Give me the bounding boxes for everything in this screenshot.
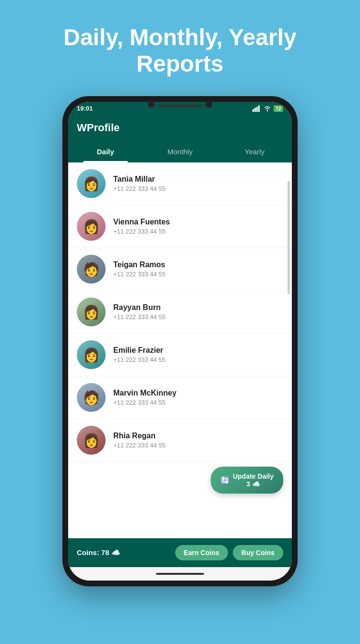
svg-rect-3 <box>258 105 260 112</box>
app-name: WProfile <box>77 122 120 134</box>
contact-info: Marvin McKinney +11 222 333 44 55 <box>113 389 283 406</box>
earn-coins-button[interactable]: Earn Coins <box>175 545 228 560</box>
bottom-buttons: Earn Coins Buy Coins <box>175 545 283 560</box>
contact-item[interactable]: 👩 Rhia Regan +11 222 333 44 55 <box>68 419 292 462</box>
svg-rect-2 <box>256 107 258 112</box>
contact-info: Rayyan Burn +11 222 333 44 55 <box>113 303 283 321</box>
wifi-icon <box>264 105 271 111</box>
tab-daily[interactable]: Daily <box>68 141 143 162</box>
contact-phone: +11 222 333 44 55 <box>113 442 283 449</box>
contact-name: Rayyan Burn <box>113 303 283 312</box>
page-title: Daily, Monthly, YearlyReports <box>44 24 316 77</box>
avatar: 👩 <box>77 212 106 241</box>
status-time: 19:01 <box>77 105 93 112</box>
contact-info: Tania Millar +11 222 333 44 55 <box>113 175 283 192</box>
phone-frame: 19:01 72 <box>62 96 298 586</box>
contact-info: Emilie Frazier +11 222 333 44 55 <box>113 346 283 363</box>
contact-phone: +11 222 333 44 55 <box>113 356 283 363</box>
contact-info: Vienna Fuentes +11 222 333 44 55 <box>113 218 283 235</box>
contact-item[interactable]: 🧑 Marvin McKinney +11 222 333 44 55 <box>68 376 292 419</box>
avatar: 👩 <box>77 169 106 198</box>
contact-phone: +11 222 333 44 55 <box>113 313 283 321</box>
avatar: 👩 <box>77 340 106 369</box>
contact-phone: +11 222 333 44 55 <box>113 399 283 406</box>
contact-name: Vienna Fuentes <box>113 218 283 226</box>
buy-coins-button[interactable]: Buy Coins <box>233 545 283 560</box>
avatar: 🧑 <box>77 383 106 412</box>
contact-phone: +11 222 333 44 55 <box>113 185 283 192</box>
contact-name: Rhia Regan <box>113 432 283 440</box>
contact-item[interactable]: 👩 Vienna Fuentes +11 222 333 44 55 <box>68 205 292 248</box>
tab-yearly[interactable]: Yearly <box>217 141 292 162</box>
contact-info: Rhia Regan +11 222 333 44 55 <box>113 432 283 449</box>
contact-info: Teigan Ramos +11 222 333 44 55 <box>113 260 283 278</box>
bottom-bar: Coins: 78 ☁️ Earn Coins Buy Coins <box>68 538 292 567</box>
contact-list: 👩 Tania Millar +11 222 333 44 55 👩 Vienn… <box>68 162 292 538</box>
phone-screen: 19:01 72 <box>68 102 292 581</box>
contact-item[interactable]: 👩 Tania Millar +11 222 333 44 55 <box>68 162 292 205</box>
update-daily-button[interactable]: 🔄 Update Daily 3 ☁️ <box>211 467 283 494</box>
contact-item[interactable]: 👩 Emilie Frazier +11 222 333 44 55 <box>68 334 292 376</box>
app-bar: WProfile <box>68 115 292 141</box>
avatar: 👩 <box>77 426 106 455</box>
contact-name: Emilie Frazier <box>113 346 283 355</box>
signal-icon <box>252 105 261 112</box>
coins-display: Coins: 78 ☁️ <box>77 548 120 557</box>
svg-rect-1 <box>254 108 256 112</box>
tab-bar: Daily Monthly Yearly <box>68 141 292 162</box>
contact-name: Marvin McKinney <box>113 389 283 397</box>
refresh-icon: 🔄 <box>220 476 230 485</box>
contact-item[interactable]: 👩 Rayyan Burn +11 222 333 44 55 <box>68 291 292 334</box>
nav-bar-indicator <box>156 573 204 575</box>
svg-rect-0 <box>252 109 254 112</box>
contact-phone: +11 222 333 44 55 <box>113 228 283 235</box>
tab-monthly[interactable]: Monthly <box>143 141 217 162</box>
contact-item[interactable]: 🧑 Teigan Ramos +11 222 333 44 55 <box>68 248 292 291</box>
contact-name: Tania Millar <box>113 175 283 184</box>
update-daily-label: Update Daily 3 ☁️ <box>233 472 274 488</box>
battery-icon: 72 <box>274 105 283 112</box>
status-bar: 19:01 72 <box>68 102 292 115</box>
status-icons: 72 <box>252 105 283 112</box>
contact-phone: +11 222 333 44 55 <box>113 271 283 278</box>
contact-name: Teigan Ramos <box>113 260 283 269</box>
avatar: 🧑 <box>77 255 106 284</box>
phone-nav-bar <box>68 567 292 581</box>
avatar: 👩 <box>77 297 106 326</box>
